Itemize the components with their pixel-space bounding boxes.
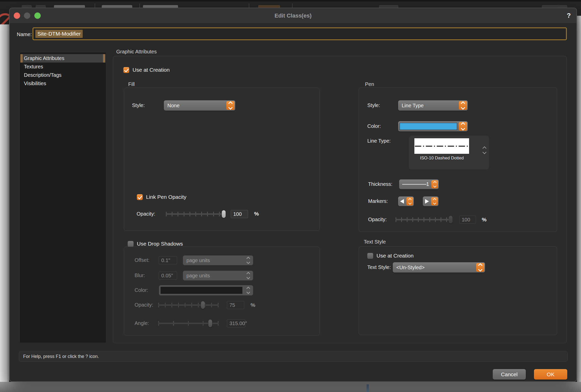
fill-opacity-label: Opacity: — [137, 211, 155, 217]
shadow-opacity-label: Opacity: — [135, 302, 153, 308]
background-bottom-marker — [367, 384, 369, 392]
pen-opacity-percent-sign: % — [482, 217, 487, 223]
dash-dot-line-icon — [414, 138, 469, 154]
pen-opacity-slider-thumb[interactable] — [449, 216, 453, 223]
popup-stepper-icon — [431, 197, 438, 205]
background-left-panel — [0, 24, 9, 392]
fill-opacity-percent-sign: % — [254, 211, 259, 217]
shadow-angle-label: Angle: — [135, 320, 149, 326]
marker-start-popup[interactable] — [398, 197, 414, 206]
fill-opacity-field[interactable]: 100 — [231, 210, 248, 218]
screen: Edit Class(es) ? Name: Site-DTM-Modifier… — [0, 0, 581, 392]
fill-style-value: None — [167, 103, 180, 109]
name-input[interactable]: Site-DTM-Modifier — [33, 27, 567, 40]
shadow-blur-units-popup: page units — [183, 271, 253, 280]
pen-markers-label: Markers: — [368, 198, 388, 204]
popup-stepper-icon — [406, 197, 413, 205]
text-style-popup[interactable]: <Un-Styled> — [393, 262, 485, 273]
sidebar-item-visibilities[interactable]: Visibilities — [20, 79, 105, 88]
link-pen-opacity-row[interactable]: Link Pen Opacity — [137, 194, 186, 200]
popup-stepper-icon — [459, 101, 467, 110]
popup-stepper-icon — [431, 180, 438, 188]
pen-color-well[interactable] — [398, 121, 468, 131]
help-icon[interactable]: ? — [567, 12, 571, 20]
fill-opacity-slider-thumb[interactable] — [222, 210, 226, 218]
popup-stepper-icon — [226, 101, 235, 110]
popup-stepper-icon — [244, 272, 252, 280]
pen-thickness-popup[interactable]: 1 — [399, 179, 439, 189]
cancel-button[interactable]: Cancel — [493, 369, 526, 380]
pen-style-value: Line Type — [402, 103, 424, 109]
fill-opacity-slider[interactable] — [166, 210, 226, 218]
category-list[interactable]: Graphic Attributes Textures Description/… — [20, 53, 106, 342]
fill-style-popup[interactable]: None — [164, 100, 235, 111]
link-pen-opacity-checkbox[interactable] — [137, 194, 143, 200]
edit-class-dialog: Edit Class(es) ? Name: Site-DTM-Modifier… — [9, 8, 577, 382]
text-style-groupbox — [359, 246, 557, 335]
pen-line-type-label: Line Type: — [367, 138, 391, 144]
fill-style-label: Style: — [132, 102, 145, 108]
use-drop-shadows-row[interactable]: Use Drop Shadows — [128, 241, 183, 247]
popup-stepper-icon — [459, 122, 467, 131]
shadow-color-label: Color: — [135, 287, 148, 293]
pen-thickness-label: Thickness: — [368, 181, 393, 187]
pen-color-swatch — [400, 123, 457, 130]
background-right-panel — [577, 16, 581, 392]
shadow-opacity-slider — [158, 301, 219, 309]
line-type-chooser[interactable]: ISO-10 Dashed Dotted — [409, 136, 489, 170]
help-text: For Help, press F1 or click the ? icon. — [23, 354, 99, 359]
section-title: Graphic Attributes — [116, 49, 157, 55]
pen-opacity-field: 100 — [459, 216, 476, 224]
shadow-offset-label: Offset: — [135, 257, 150, 263]
shadow-opacity-slider-thumb — [201, 301, 205, 309]
pen-opacity-slider[interactable] — [396, 216, 453, 223]
right-arrow-marker-icon — [425, 199, 429, 204]
use-drop-shadows-checkbox[interactable] — [128, 241, 134, 247]
thickness-line-icon — [402, 184, 427, 185]
background-bottom-strip — [0, 382, 581, 392]
line-type-stepper-icon[interactable] — [483, 147, 486, 154]
sidebar-item-description-tags[interactable]: Description/Tags — [20, 71, 105, 79]
marker-end-popup[interactable] — [423, 197, 439, 206]
text-style-label: Text Style: — [367, 264, 391, 270]
pen-opacity-label: Opacity: — [368, 217, 387, 222]
shadow-offset-units-value: page units — [186, 258, 210, 263]
name-input-selected-text: Site-DTM-Modifier — [35, 30, 83, 38]
shadow-blur-label: Blur: — [135, 273, 145, 278]
use-drop-shadows-label: Use Drop Shadows — [137, 241, 183, 247]
pen-style-popup[interactable]: Line Type — [398, 100, 468, 111]
use-at-creation-checkbox[interactable] — [123, 67, 129, 73]
shadow-angle-slider — [158, 320, 219, 327]
fill-section-title: Fill — [128, 81, 135, 87]
shadow-offset-field: 0.1" — [159, 256, 177, 264]
text-style-section-title: Text Style — [364, 239, 386, 245]
name-label: Name: — [17, 32, 32, 37]
pen-style-label: Style: — [367, 102, 380, 108]
line-type-preview — [414, 138, 469, 154]
shadow-opacity-percent-sign: % — [251, 302, 255, 308]
pen-color-label: Color: — [367, 123, 381, 129]
text-use-at-creation-checkbox[interactable] — [367, 253, 373, 259]
shadow-angle-field: 315.00° — [227, 319, 245, 327]
link-pen-opacity-label: Link Pen Opacity — [146, 194, 186, 200]
shadow-opacity-field: 75 — [227, 301, 244, 309]
titlebar[interactable]: Edit Class(es) ? — [10, 8, 576, 24]
popup-stepper-icon — [476, 263, 484, 272]
text-use-at-creation-row[interactable]: Use at Creation — [367, 253, 414, 259]
help-bar: For Help, press F1 or click the ? icon. — [19, 351, 568, 362]
dialog-title: Edit Class(es) — [10, 8, 576, 23]
sidebar-item-graphic-attributes[interactable]: Graphic Attributes — [20, 54, 105, 63]
shadow-blur-units-value: page units — [186, 273, 210, 279]
popup-stepper-icon — [244, 256, 252, 264]
popup-stepper-icon — [244, 286, 252, 295]
ok-button[interactable]: OK — [534, 369, 567, 380]
use-at-creation-row[interactable]: Use at Creation — [123, 67, 170, 73]
pen-thickness-value: 1 — [426, 181, 429, 187]
sidebar-item-textures[interactable]: Textures — [20, 63, 105, 71]
text-use-at-creation-label: Use at Creation — [376, 253, 414, 259]
line-type-name: ISO-10 Dashed Dotted — [409, 156, 475, 161]
shadow-angle-slider-thumb — [208, 320, 212, 327]
shadow-blur-field: 0.05" — [159, 272, 177, 280]
shadow-offset-units-popup: page units — [183, 255, 253, 265]
shadow-color-swatch — [161, 287, 242, 294]
